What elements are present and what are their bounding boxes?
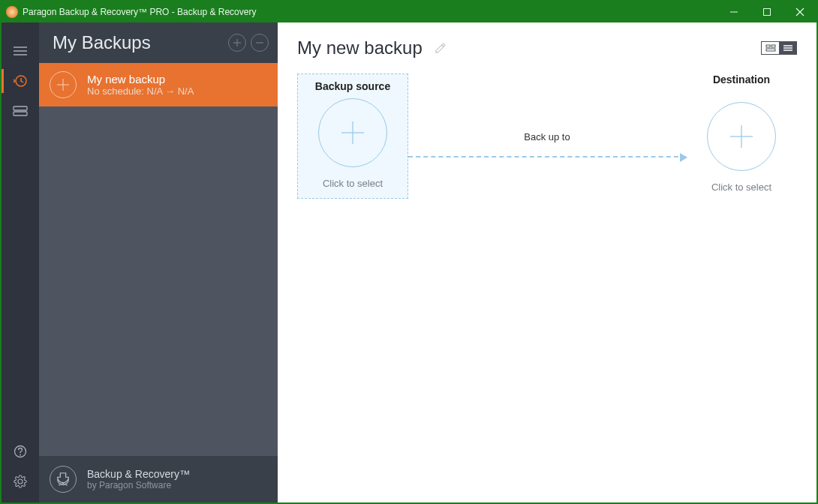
svg-rect-18: [771, 45, 775, 47]
svg-rect-19: [766, 49, 775, 51]
window-title: Paragon Backup & Recovery™ PRO - Backup …: [23, 7, 717, 17]
destination-card[interactable]: Destination Click to select: [686, 74, 797, 202]
backup-source-card[interactable]: Backup source Click to select: [297, 74, 408, 199]
sidebar-footer: Backup & Recovery™ by Paragon Software: [39, 456, 278, 502]
sidebar-header: My Backups: [39, 22, 278, 63]
svg-rect-9: [14, 112, 27, 116]
backup-item-name: My new backup: [87, 73, 194, 86]
add-backup-button[interactable]: [228, 34, 246, 52]
svg-rect-17: [766, 45, 770, 47]
destination-title: Destination: [686, 74, 797, 86]
close-button[interactable]: [783, 2, 816, 22]
minimize-button[interactable]: [717, 2, 750, 22]
sidebar-heading: My Backups: [53, 32, 224, 53]
arrow-icon: [408, 156, 686, 158]
view-grid-button[interactable]: [761, 41, 779, 55]
source-caption: Click to select: [298, 178, 407, 189]
product-name: Backup & Recovery™: [87, 468, 190, 480]
app-icon: [6, 6, 18, 18]
remove-backup-button[interactable]: [251, 34, 269, 52]
svg-rect-8: [14, 106, 27, 110]
product-logo-icon: [50, 466, 77, 493]
source-title: Backup source: [298, 80, 407, 92]
main-panel: My new backup Backup source: [278, 22, 816, 502]
help-button[interactable]: [2, 436, 39, 466]
view-toggle: [761, 41, 797, 55]
sidebar: My Backups My new backup No schedule: N/…: [39, 22, 278, 502]
backup-list-item[interactable]: My new backup No schedule: N/A → N/A: [39, 63, 278, 106]
nav-rail: [2, 22, 39, 502]
svg-rect-1: [764, 9, 771, 16]
view-list-button[interactable]: [779, 41, 797, 55]
disk-nav[interactable]: [2, 96, 39, 126]
backup-title: My new backup: [297, 38, 423, 58]
vendor-name: by Paragon Software: [87, 480, 190, 490]
edit-title-button[interactable]: [435, 42, 447, 54]
maximize-button[interactable]: [750, 2, 783, 22]
plus-icon: [50, 71, 77, 98]
backup-item-subtitle: No schedule: N/A → N/A: [87, 86, 194, 97]
svg-point-11: [20, 454, 21, 456]
flow-arrow: Back up to: [408, 106, 686, 182]
menu-button[interactable]: [2, 36, 39, 66]
destination-caption: Click to select: [686, 182, 797, 193]
backup-history-nav[interactable]: [2, 66, 39, 96]
settings-button[interactable]: [2, 466, 39, 496]
titlebar: Paragon Backup & Recovery™ PRO - Backup …: [2, 2, 816, 22]
arrow-label: Back up to: [524, 131, 570, 142]
plus-icon: [707, 102, 776, 171]
plus-icon: [318, 98, 387, 167]
